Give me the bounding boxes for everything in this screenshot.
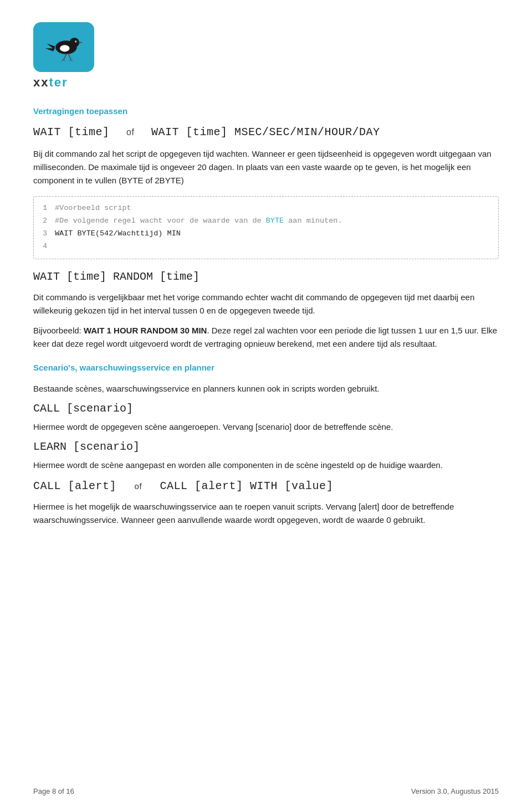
version-info: Version 3.0, Augustus 2015: [411, 787, 499, 795]
call-scenario-line: CALL [scenario]: [33, 402, 499, 415]
code-line-2: 2 #De volgende regel wacht voor de waard…: [43, 215, 489, 228]
wait-random-line: WAIT [time] RANDOM [time]: [33, 270, 499, 283]
call-alert-part1: CALL [alert]: [33, 480, 116, 492]
call-scenario-text: Hiermee wordt de opgegeven scène aangero…: [33, 420, 499, 434]
wait-description-text: Bij dit commando zal het script de opgeg…: [33, 147, 499, 187]
wait-command-full-line: WAIT [time] of WAIT [time] MSEC/SEC/MIN/…: [33, 126, 499, 138]
section-heading-vertragingen: Vertragingen toepassen: [33, 106, 499, 116]
svg-line-8: [64, 54, 66, 59]
logo-text: xxter: [33, 75, 499, 90]
logo-area: xxter: [33, 22, 499, 90]
svg-marker-7: [45, 48, 55, 51]
section-heading-scenarios: Scenario's, waarschuwingsservice en plan…: [33, 363, 499, 372]
bird-icon: [44, 32, 83, 63]
logo-box: [33, 22, 94, 72]
svg-line-11: [64, 59, 65, 61]
wait-command-part2: WAIT [time] MSEC/SEC/MIN/HOUR/DAY: [151, 126, 380, 138]
svg-line-13: [71, 59, 73, 61]
learn-scenario-text: Hiermee wordt de scène aangepast en word…: [33, 459, 499, 472]
svg-point-5: [75, 41, 76, 42]
of-word-2: of: [124, 481, 154, 491]
code-line-1: 1 #Voorbeeld script: [43, 202, 489, 215]
example-prefix: Bijvoorbeeld:: [33, 326, 84, 335]
page-footer: Page 8 of 16 Version 3.0, Augustus 2015: [33, 787, 499, 795]
wait-random-text1: Dit commando is vergelijkbaar met het vo…: [33, 291, 499, 317]
svg-line-9: [69, 54, 71, 59]
wait-random-text2: Bijvoorbeeld: WAIT 1 HOUR RANDOM 30 MIN.…: [33, 324, 499, 351]
code-line-4: 4: [43, 240, 489, 253]
svg-point-2: [70, 38, 80, 48]
learn-scenario-line: LEARN [scenario]: [33, 440, 499, 453]
code-block-wait: 1 #Voorbeeld script 2 #De volgende regel…: [33, 196, 499, 259]
call-alert-full-line: CALL [alert] of CALL [alert] WITH [value…: [33, 480, 499, 492]
wait-command-part1: WAIT [time]: [33, 126, 110, 138]
page-container: xxter Vertragingen toepassen WAIT [time]…: [0, 0, 532, 567]
call-alert-text: Hiermee is het mogelijk de waarschuwings…: [33, 500, 499, 527]
logo-text-xx: xx: [33, 75, 49, 89]
code-line-3: 3 WAIT BYTE(542/Wachttijd) MIN: [43, 228, 489, 240]
svg-point-1: [60, 45, 70, 52]
scenarios-intro-text: Bestaande scènes, waarschuwingsservice e…: [33, 382, 499, 395]
example-bold: WAIT 1 HOUR RANDOM 30 MIN: [84, 326, 207, 335]
call-alert-part2: CALL [alert] WITH [value]: [160, 480, 334, 492]
of-word-1: of: [126, 127, 134, 137]
page-number: Page 8 of 16: [33, 787, 74, 795]
logo-text-ter: ter: [49, 75, 68, 89]
svg-marker-3: [79, 42, 83, 44]
